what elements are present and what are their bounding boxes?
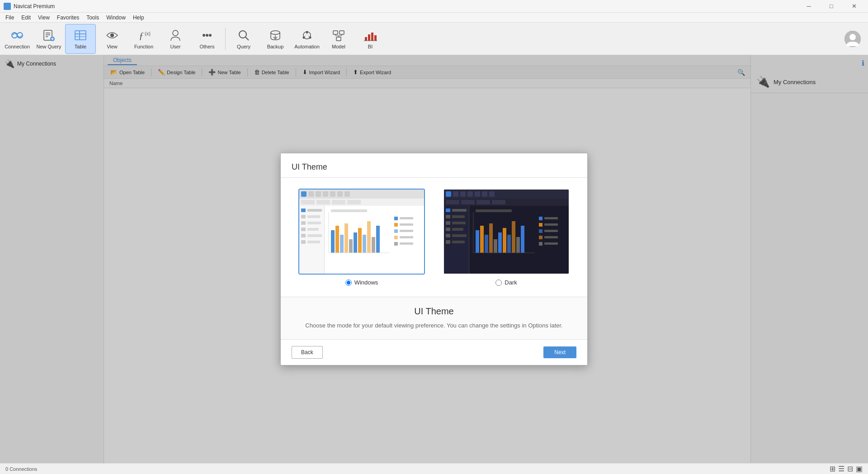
- svg-point-14: [110, 33, 114, 37]
- svg-rect-76: [331, 230, 335, 253]
- others-icon: [200, 28, 214, 43]
- toolbar-new-query[interactable]: New Query: [33, 24, 64, 54]
- toolbar-function[interactable]: ƒ (x) Function: [128, 24, 159, 54]
- windows-radio[interactable]: [345, 280, 352, 286]
- toolbar: Connection New Query Table: [0, 23, 868, 55]
- next-button[interactable]: Next: [543, 346, 576, 358]
- svg-rect-116: [452, 209, 467, 212]
- svg-rect-120: [452, 222, 466, 224]
- svg-rect-10: [75, 31, 86, 40]
- svg-rect-94: [400, 230, 413, 232]
- svg-rect-130: [480, 226, 484, 253]
- svg-rect-95: [394, 236, 398, 239]
- theme-option-windows[interactable]: Windows: [298, 189, 425, 286]
- svg-point-21: [239, 31, 246, 38]
- menu-edit[interactable]: Edit: [18, 14, 34, 22]
- maximize-button[interactable]: □: [821, 0, 842, 13]
- svg-rect-69: [307, 228, 319, 231]
- theme-option-dark[interactable]: Dark: [443, 189, 570, 286]
- menu-file[interactable]: File: [2, 14, 18, 22]
- svg-rect-138: [516, 237, 520, 253]
- back-button[interactable]: Back: [292, 346, 323, 359]
- close-button[interactable]: ✕: [844, 0, 864, 13]
- svg-rect-56: [301, 200, 315, 204]
- svg-rect-40: [368, 34, 370, 41]
- svg-rect-68: [301, 228, 306, 231]
- pane-icon: ▣: [856, 465, 863, 473]
- menu-view[interactable]: View: [34, 14, 53, 22]
- svg-rect-149: [544, 236, 558, 238]
- function-icon: ƒ (x): [137, 28, 151, 43]
- toolbar-model[interactable]: Model: [323, 24, 354, 54]
- svg-rect-42: [374, 35, 377, 41]
- detail-icon: ⊟: [847, 465, 853, 473]
- svg-rect-82: [358, 228, 362, 253]
- view-icon: [105, 28, 119, 43]
- title-bar-left: Navicat Premium: [4, 3, 55, 10]
- minimize-button[interactable]: ─: [798, 0, 819, 13]
- svg-point-18: [203, 34, 205, 37]
- svg-rect-125: [446, 240, 450, 244]
- svg-rect-53: [337, 191, 343, 197]
- svg-rect-126: [452, 241, 465, 243]
- svg-rect-114: [469, 206, 469, 275]
- dialog-title: UI Theme: [292, 162, 576, 172]
- menu-help[interactable]: Help: [129, 14, 148, 22]
- toolbar-query[interactable]: Query: [228, 24, 259, 54]
- svg-rect-78: [340, 235, 344, 253]
- new-query-label: New Query: [36, 44, 61, 49]
- svg-rect-64: [301, 215, 306, 218]
- dark-theme-label: Dark: [505, 279, 517, 286]
- toolbar-view[interactable]: View: [97, 24, 127, 54]
- svg-rect-122: [452, 228, 463, 231]
- toolbar-table[interactable]: Table: [65, 24, 96, 54]
- svg-rect-145: [544, 223, 558, 226]
- svg-rect-105: [475, 191, 480, 197]
- svg-rect-115: [446, 209, 450, 212]
- list-icon: ☰: [838, 465, 844, 473]
- dialog-footer: Back Next: [281, 339, 587, 365]
- toolbar-others[interactable]: Others: [192, 24, 222, 54]
- dialog-body: Windows: [281, 178, 587, 297]
- svg-rect-117: [446, 215, 450, 218]
- view-label: View: [107, 44, 118, 49]
- toolbar-backup[interactable]: Backup: [260, 24, 291, 54]
- toolbar-bi[interactable]: BI: [355, 24, 386, 54]
- svg-rect-123: [446, 234, 450, 237]
- svg-rect-133: [494, 239, 497, 253]
- toolbar-user[interactable]: User: [160, 24, 191, 54]
- toolbar-automation[interactable]: Automation: [292, 24, 322, 54]
- svg-rect-143: [544, 217, 558, 219]
- svg-point-45: [849, 34, 856, 40]
- toolbar-connection[interactable]: Connection: [2, 24, 33, 54]
- svg-rect-106: [482, 191, 487, 197]
- query-label: Query: [237, 44, 250, 49]
- backup-icon: [268, 28, 283, 43]
- backup-label: Backup: [267, 44, 284, 49]
- svg-rect-119: [446, 221, 450, 225]
- avatar[interactable]: [844, 31, 861, 47]
- menu-bar: File Edit View Favorites Tools Window He…: [0, 13, 868, 23]
- svg-rect-41: [371, 33, 373, 41]
- svg-point-23: [271, 31, 280, 34]
- menu-window[interactable]: Window: [103, 14, 129, 22]
- svg-rect-58: [332, 200, 345, 204]
- function-label: Function: [134, 44, 153, 49]
- title-bar: Navicat Premium ─ □ ✕: [0, 0, 868, 13]
- svg-rect-59: [347, 200, 361, 204]
- svg-rect-107: [489, 191, 495, 197]
- windows-radio-label[interactable]: Windows: [345, 279, 378, 286]
- svg-rect-137: [512, 221, 515, 253]
- menu-tools[interactable]: Tools: [83, 14, 103, 22]
- svg-rect-90: [400, 217, 413, 219]
- svg-rect-148: [539, 236, 542, 239]
- svg-rect-75: [331, 209, 367, 212]
- table-label: Table: [75, 44, 86, 49]
- dark-radio[interactable]: [495, 280, 502, 286]
- svg-rect-98: [400, 242, 413, 245]
- svg-rect-109: [446, 200, 459, 204]
- dialog-info-section: UI Theme Choose the mode for your defaul…: [281, 297, 587, 339]
- menu-favorites[interactable]: Favorites: [53, 14, 83, 22]
- dark-radio-label[interactable]: Dark: [495, 279, 517, 286]
- svg-rect-77: [335, 226, 339, 253]
